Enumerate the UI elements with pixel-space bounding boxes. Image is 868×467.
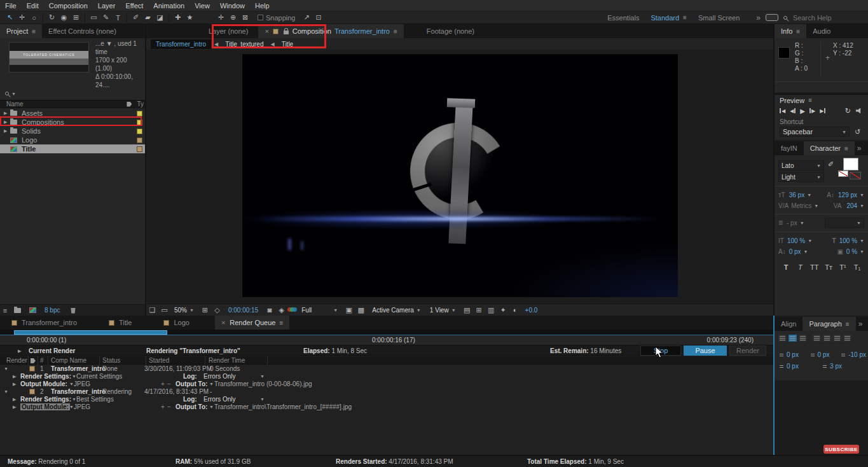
- rotation-tool-icon[interactable]: ↻: [46, 13, 58, 22]
- hand-tool-icon[interactable]: ✛: [16, 13, 28, 22]
- col-number[interactable]: #: [40, 357, 44, 364]
- trash-icon[interactable]: [70, 307, 76, 314]
- output-module-caret[interactable]: ▼: [69, 405, 74, 409]
- disclosure-icon[interactable]: ▼: [4, 389, 10, 394]
- project-item-logo[interactable]: Logo: [0, 136, 145, 144]
- play-button[interactable]: ▶: [800, 108, 805, 115]
- puppet-pin-tool-icon[interactable]: ★: [184, 13, 196, 22]
- baseline-shift-caret[interactable]: ▼: [804, 249, 808, 254]
- col-render[interactable]: Render: [6, 357, 27, 364]
- snapping-checkbox[interactable]: [258, 15, 263, 20]
- font-size-caret[interactable]: ▼: [807, 193, 811, 197]
- add-output-icon[interactable]: +: [161, 403, 165, 410]
- flowchart-button-icon[interactable]: ◐: [509, 306, 521, 314]
- tab-render-queue[interactable]: × Render Queue ≡: [215, 316, 289, 330]
- leading-value[interactable]: 129 px: [838, 192, 857, 199]
- add-output-icon[interactable]: +: [161, 380, 165, 387]
- workspace-overflow-icon[interactable]: »: [751, 13, 766, 22]
- tsume-value[interactable]: 0 %: [846, 248, 857, 255]
- tab-project[interactable]: Project ≡: [0, 24, 42, 38]
- flow-comp-title[interactable]: Title: [278, 39, 298, 49]
- log-value[interactable]: Errors Only: [203, 373, 236, 380]
- roto-brush-tool-icon[interactable]: ✚: [172, 13, 184, 22]
- kerning-value[interactable]: Metrics: [791, 202, 811, 209]
- col-status[interactable]: Status: [102, 357, 120, 364]
- disclosure-icon[interactable]: ▼: [4, 366, 10, 371]
- vertical-scale-value[interactable]: 100 %: [787, 237, 805, 244]
- small-caps-button[interactable]: Tт: [823, 263, 834, 271]
- close-tab-icon[interactable]: ×: [265, 27, 268, 35]
- no-fill-button[interactable]: [850, 172, 861, 179]
- local-axis-mode-icon[interactable]: ✛: [215, 13, 227, 22]
- project-bit-depth[interactable]: 8 bpc: [45, 307, 60, 314]
- flow-comp-title-textured[interactable]: Title_textured: [221, 39, 267, 49]
- tab-layer[interactable]: Layer (none): [202, 24, 254, 38]
- rectangle-tool-icon[interactable]: ▭: [88, 13, 100, 22]
- stroke-color-swatch[interactable]: [838, 171, 848, 177]
- output-to-caret[interactable]: ▼: [209, 405, 214, 409]
- resolution-caret[interactable]: ▼: [333, 308, 338, 312]
- justify-last-right-button[interactable]: [833, 335, 841, 342]
- audio-mute-icon[interactable]: [856, 108, 863, 114]
- region-of-interest-icon[interactable]: ▣: [343, 306, 355, 314]
- magnification-value[interactable]: 50%: [174, 307, 187, 314]
- label-color-chip[interactable]: [137, 146, 142, 152]
- label-color-chip[interactable]: [137, 120, 142, 125]
- kerning-caret[interactable]: ▼: [814, 204, 818, 208]
- disclosure-icon[interactable]: ▶: [13, 382, 19, 387]
- world-axis-mode-icon[interactable]: ⊕: [227, 13, 239, 22]
- remove-output-icon[interactable]: −: [167, 403, 171, 410]
- superscript-button[interactable]: T¹: [838, 263, 848, 271]
- panel-divider[interactable]: [773, 316, 775, 455]
- project-flowchart-icon[interactable]: ≡: [0, 307, 10, 314]
- tsume-caret[interactable]: ▼: [860, 249, 864, 254]
- render-settings-value[interactable]: Current Settings: [76, 373, 122, 380]
- menu-edit[interactable]: Edit: [22, 1, 44, 11]
- view-layout-value[interactable]: 1 View: [430, 307, 449, 314]
- log-caret[interactable]: ▼: [260, 397, 265, 401]
- snap-guides-icon[interactable]: ⊡: [313, 13, 325, 22]
- menu-view[interactable]: View: [189, 1, 215, 11]
- clone-stamp-tool-icon[interactable]: ▰: [142, 13, 154, 22]
- snap-options-icon[interactable]: ↗: [301, 13, 313, 22]
- font-style-dropdown[interactable]: Light ▼: [778, 172, 824, 182]
- show-channels-icon[interactable]: [287, 307, 296, 313]
- stroke-style-dropdown[interactable]: ▼: [825, 218, 864, 228]
- character-panel-menu-icon[interactable]: ≡: [844, 145, 848, 152]
- resolution-value[interactable]: Full: [301, 307, 312, 314]
- tab-audio[interactable]: Audio: [806, 24, 837, 38]
- disclosure-icon[interactable]: ▶: [13, 405, 19, 410]
- indent-right-value[interactable]: -10 px: [848, 351, 866, 358]
- workspace-standard[interactable]: Standard: [651, 14, 679, 22]
- indent-left-value[interactable]: 0 px: [787, 351, 799, 358]
- label-color-chip[interactable]: [137, 137, 142, 143]
- space-after-value[interactable]: 3 px: [830, 363, 842, 370]
- tab-fayin[interactable]: fayIN: [775, 141, 804, 155]
- tab-composition[interactable]: × Composition Transformer_intro ≡: [258, 24, 403, 38]
- view-axis-mode-icon[interactable]: ⊠: [239, 13, 251, 22]
- project-panel-menu-icon[interactable]: ≡: [32, 28, 36, 35]
- faux-bold-button[interactable]: T: [781, 263, 791, 271]
- faux-italic-button[interactable]: T: [795, 263, 805, 271]
- pixel-aspect-icon[interactable]: ⊞: [473, 306, 485, 314]
- menu-layer[interactable]: Layer: [93, 1, 121, 11]
- menu-animation[interactable]: Animation: [148, 1, 189, 11]
- render-job-row[interactable]: ▼ 2 Transformer_intro Rendering 4/17/201…: [0, 388, 774, 396]
- snapshot-icon[interactable]: ◙: [263, 306, 275, 314]
- font-size-value[interactable]: 36 px: [789, 192, 804, 199]
- camera-view-caret[interactable]: ▼: [417, 308, 421, 312]
- project-search[interactable]: ▼: [5, 89, 140, 98]
- paragraph-tabs-overflow-icon[interactable]: »: [856, 317, 865, 331]
- project-item-assets[interactable]: ▶ Assets: [0, 109, 145, 118]
- mask-visibility-icon[interactable]: ◇: [211, 306, 223, 314]
- justify-all-button[interactable]: [843, 335, 851, 342]
- leading-caret[interactable]: ▼: [860, 193, 864, 197]
- output-to-value[interactable]: Transformer_intro\Transformer_intro_[###…: [214, 403, 352, 410]
- pan-behind-tool-icon[interactable]: ⊞: [70, 13, 82, 22]
- project-item-compositions[interactable]: ▶ Compositions: [0, 118, 145, 127]
- tab-effect-controls[interactable]: Effect Controls (none): [42, 24, 123, 38]
- label-color-chip[interactable]: [137, 129, 142, 134]
- disclosure-icon[interactable]: ▶: [13, 397, 19, 402]
- sync-settings-icon[interactable]: [766, 14, 778, 21]
- search-help-input[interactable]: [792, 13, 868, 22]
